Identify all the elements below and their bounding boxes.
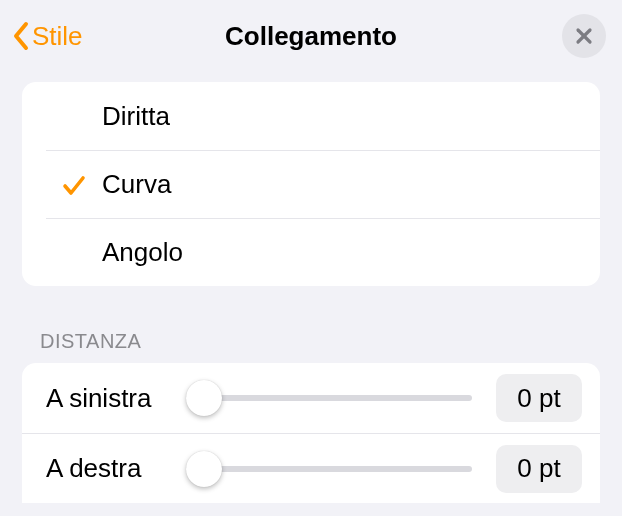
- distance-right-label: A destra: [46, 453, 186, 484]
- close-icon: [574, 26, 594, 46]
- chevron-left-icon: [12, 21, 30, 51]
- distance-section-header: DISTANZA: [40, 330, 582, 353]
- distance-right-slider[interactable]: [186, 451, 472, 487]
- distance-group: A sinistra 0 pt A destra 0 pt: [22, 363, 600, 503]
- distance-left-label: A sinistra: [46, 383, 186, 414]
- line-type-option-diritta[interactable]: Diritta: [22, 82, 600, 150]
- distance-left-slider-wrap: [186, 380, 478, 416]
- distance-row-left: A sinistra 0 pt: [22, 363, 600, 433]
- line-type-option-angolo[interactable]: Angolo: [46, 218, 600, 286]
- line-type-list: Diritta Curva Angolo: [22, 82, 600, 286]
- line-type-label: Diritta: [102, 101, 170, 132]
- distance-left-value[interactable]: 0 pt: [496, 374, 582, 422]
- back-label: Stile: [32, 21, 83, 52]
- line-type-option-curva[interactable]: Curva: [46, 150, 600, 218]
- page-title: Collegamento: [225, 21, 397, 52]
- checkmark-icon: [46, 171, 102, 199]
- distance-left-slider[interactable]: [186, 380, 472, 416]
- line-type-label: Curva: [102, 169, 171, 200]
- distance-row-right: A destra 0 pt: [22, 433, 600, 503]
- distance-right-value[interactable]: 0 pt: [496, 445, 582, 493]
- header: Stile Collegamento: [0, 0, 622, 72]
- close-button[interactable]: [562, 14, 606, 58]
- back-button[interactable]: Stile: [12, 0, 83, 72]
- distance-right-slider-wrap: [186, 451, 478, 487]
- line-type-label: Angolo: [102, 237, 183, 268]
